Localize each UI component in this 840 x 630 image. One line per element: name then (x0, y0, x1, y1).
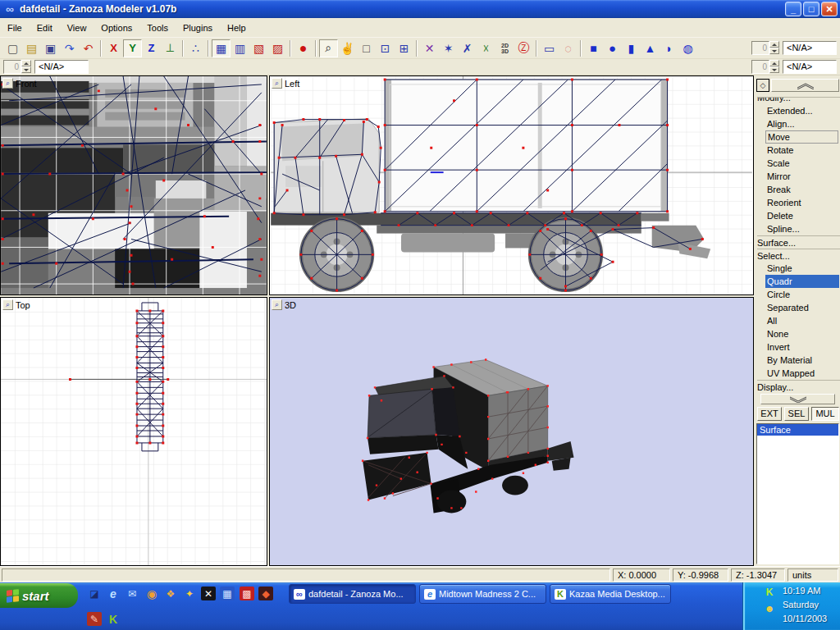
menu-plugins[interactable]: Plugins (176, 18, 220, 38)
spinner-down-button[interactable] (21, 66, 31, 73)
z-axis-icon[interactable]: Z (142, 39, 161, 57)
cube-vertices-icon[interactable]: ▦ (212, 39, 231, 57)
sidebar-item-extended[interactable]: Extended... (767, 104, 840, 117)
zoom-tool-icon[interactable]: ⌕ (319, 39, 338, 57)
value-spinner-2[interactable]: 0 (3, 60, 31, 74)
cube-faces-icon[interactable]: ▧ (249, 39, 268, 57)
sidebar-item-none[interactable]: None (767, 327, 840, 340)
sidebar-item-break[interactable]: Break (767, 183, 840, 196)
sidebar-item-spline[interactable]: Spline... (767, 222, 840, 235)
select-circle-icon[interactable]: ◌ (559, 39, 578, 57)
menu-view[interactable]: View (60, 18, 94, 38)
listbox-item-surface[interactable]: Surface (757, 424, 838, 436)
minimize-button[interactable]: _ (785, 2, 801, 16)
sel-mode-button[interactable]: SEL (784, 407, 809, 421)
tray-clock[interactable]: 10:19 AM (783, 586, 820, 596)
menu-tools[interactable]: Tools (139, 18, 176, 38)
ext-mode-button[interactable]: EXT (757, 407, 782, 421)
menu-edit[interactable]: Edit (30, 18, 60, 38)
front-viewport-canvas[interactable] (1, 76, 267, 294)
value-spinner-3[interactable]: 0 (751, 60, 779, 74)
title-bar[interactable]: ∞ dafdetail - Zanoza Modeler v1.07b _ □ … (0, 0, 840, 18)
snap-vertex-icon[interactable]: ✶ (439, 39, 458, 57)
kazaa-quick-icon[interactable]: K (106, 612, 121, 626)
viewport-zoom-icon[interactable]: ⌕ (272, 299, 282, 310)
windows-media-player-icon[interactable]: ◉ (144, 587, 159, 600)
weld-vertex-icon[interactable]: ✗ (458, 39, 477, 57)
redo-icon[interactable]: ↷ (60, 39, 79, 57)
zoom-extents-icon[interactable]: ⊞ (395, 39, 413, 57)
rotate-view-icon[interactable]: □ (357, 39, 376, 57)
sidebar-item-all[interactable]: All (767, 314, 840, 327)
selection-dropdown-3[interactable]: <N/A> (783, 60, 837, 74)
save-icon[interactable]: ▣ (41, 39, 60, 57)
kazaa-tray-icon[interactable]: K (763, 586, 776, 599)
surface-listbox[interactable]: Surface (756, 423, 839, 564)
primitive-cube-icon[interactable]: ■ (584, 39, 603, 57)
grid-app-icon[interactable]: ▦ (220, 587, 235, 600)
sidebar-item-quadr[interactable]: Quadr (765, 275, 839, 288)
toggle-2d3d-icon[interactable]: 2D 3D (495, 39, 514, 57)
sidebar-item-surface[interactable]: Surface... (757, 235, 840, 249)
msn-messenger-icon[interactable]: ❖ (163, 587, 178, 600)
primitive-ellipsoid-icon[interactable]: ◗ (660, 39, 678, 57)
spinner-up-button[interactable] (769, 41, 779, 48)
sidebar-item-modify[interactable]: Modify... (757, 97, 840, 104)
pan-tool-icon[interactable]: ✌ (338, 39, 357, 57)
top-viewport[interactable]: ⌕ Top (0, 297, 267, 566)
sidebar-scroll-down-button[interactable] (760, 394, 835, 404)
sidebar-item-move[interactable]: Move (765, 130, 838, 144)
zoom-region-icon[interactable]: ⊡ (376, 39, 395, 57)
value-spinner-1[interactable]: 0 (751, 41, 779, 55)
sidebar-item-separated[interactable]: Separated (767, 301, 840, 314)
viewport-zoom-icon[interactable]: ⌕ (2, 299, 13, 310)
spinner-value[interactable]: 0 (751, 60, 769, 74)
new-file-icon[interactable]: ▢ (3, 39, 22, 57)
menu-options[interactable]: Options (94, 18, 139, 38)
antivirus-icon[interactable]: ◪ (87, 587, 102, 600)
y-axis-icon[interactable]: Y (123, 39, 142, 57)
material-sphere-icon[interactable]: ● (294, 39, 313, 57)
spinner-value[interactable]: 0 (3, 60, 21, 74)
messenger-tray-icon[interactable]: ☻ (763, 602, 776, 615)
sidebar-item-uv-mapped[interactable]: UV Mapped (767, 367, 840, 380)
outlook-express-icon[interactable]: ✉ (125, 587, 139, 600)
sidebar-item-single[interactable]: Single (767, 262, 840, 275)
aim-icon[interactable]: ✦ (182, 587, 197, 600)
sidebar-item-rotate[interactable]: Rotate (767, 144, 840, 157)
menu-file[interactable]: File (0, 18, 30, 38)
task-button-zmodeler[interactable]: ∞ dafdetail - Zanoza Mo... (289, 584, 416, 604)
disable-z-icon[interactable]: Ⓩ (514, 39, 533, 57)
sidebar-item-display[interactable]: Display... (757, 380, 840, 393)
primitive-cylinder-icon[interactable]: ▮ (622, 39, 641, 57)
sidebar-item-circle[interactable]: Circle (767, 288, 840, 301)
start-button[interactable]: start (0, 583, 78, 608)
primitive-cone-icon[interactable]: ▲ (641, 39, 660, 57)
select-rect-icon[interactable]: ▭ (540, 39, 559, 57)
directx-icon[interactable]: ✕ (201, 587, 216, 600)
sidebar-scroll-button[interactable]: ◇ (756, 79, 769, 92)
front-viewport[interactable]: ⌕ Front (0, 75, 267, 295)
left-viewport[interactable]: ⌕ Left (269, 75, 754, 295)
sidebar-item-by-material[interactable]: By Material (767, 354, 840, 367)
maximize-button[interactable]: □ (803, 2, 819, 16)
cube-edges-icon[interactable]: ▥ (231, 39, 249, 57)
menu-help[interactable]: Help (220, 18, 253, 38)
paint-app-icon[interactable]: ✎ (87, 612, 102, 626)
spinner-up-button[interactable] (21, 60, 31, 66)
selection-dropdown-2[interactable]: <N/A> (34, 60, 89, 74)
undo-icon[interactable]: ↶ (79, 39, 98, 57)
spinner-value[interactable]: 0 (751, 41, 769, 55)
task-button-kazaa[interactable]: K Kazaa Media Desktop... (550, 584, 671, 604)
left-viewport-canvas[interactable] (270, 76, 753, 294)
viewport-zoom-icon[interactable]: ⌕ (272, 78, 282, 89)
spinner-down-button[interactable] (769, 66, 779, 73)
selection-dropdown-1[interactable]: <N/A> (783, 41, 837, 55)
sidebar-item-delete[interactable]: Delete (767, 209, 840, 222)
threed-viewport[interactable]: ⌕ 3D (269, 297, 754, 566)
task-button-midtown-madness[interactable]: e Midtown Madness 2 C... (419, 584, 546, 604)
red-app-icon[interactable]: ▩ (240, 587, 254, 600)
cube-object-icon[interactable]: ▨ (268, 39, 287, 57)
spinner-down-button[interactable] (769, 48, 779, 54)
internet-explorer-icon[interactable]: e (106, 587, 121, 600)
